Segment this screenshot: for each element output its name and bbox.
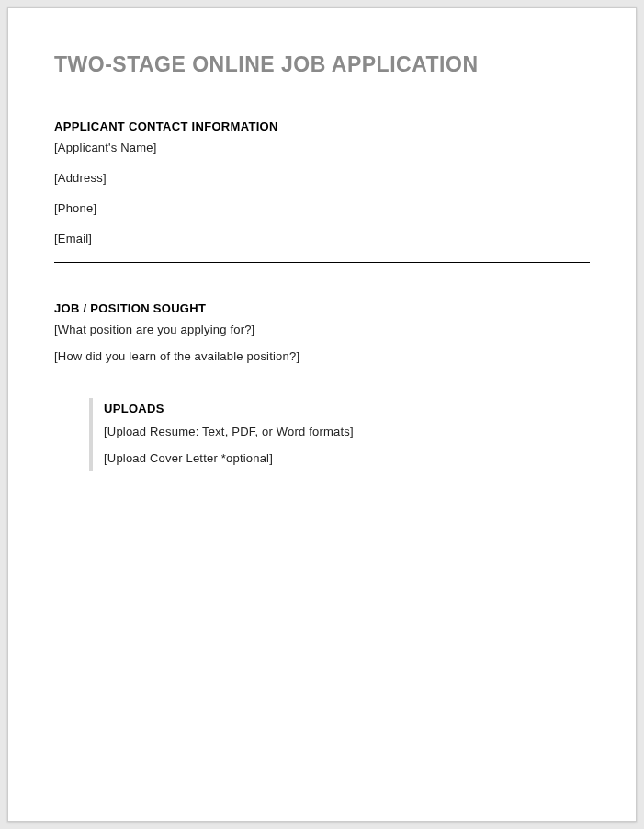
section-divider (54, 262, 590, 263)
contact-section-header: APPLICANT CONTACT INFORMATION (54, 119, 590, 133)
upload-resume-field[interactable]: [Upload Resume: Text, PDF, or Word forma… (104, 425, 590, 438)
document-page: TWO-STAGE ONLINE JOB APPLICATION APPLICA… (7, 7, 637, 822)
position-section-header: JOB / POSITION SOUGHT (54, 301, 590, 315)
position-what-field[interactable]: [What position are you applying for?] (54, 323, 590, 336)
page-title: TWO-STAGE ONLINE JOB APPLICATION (54, 52, 590, 77)
upload-cover-letter-field[interactable]: [Upload Cover Letter *optional] (104, 451, 590, 465)
applicant-name-field[interactable]: [Applicant's Name] (54, 141, 590, 154)
phone-field[interactable]: [Phone] (54, 201, 590, 215)
position-section: JOB / POSITION SOUGHT [What position are… (54, 301, 590, 363)
contact-section: APPLICANT CONTACT INFORMATION [Applicant… (54, 119, 590, 245)
email-field[interactable]: [Email] (54, 232, 590, 245)
uploads-section-header: UPLOADS (104, 402, 590, 415)
address-field[interactable]: [Address] (54, 171, 590, 185)
position-how-field[interactable]: [How did you learn of the available posi… (54, 349, 590, 363)
uploads-section: UPLOADS [Upload Resume: Text, PDF, or Wo… (89, 398, 590, 471)
